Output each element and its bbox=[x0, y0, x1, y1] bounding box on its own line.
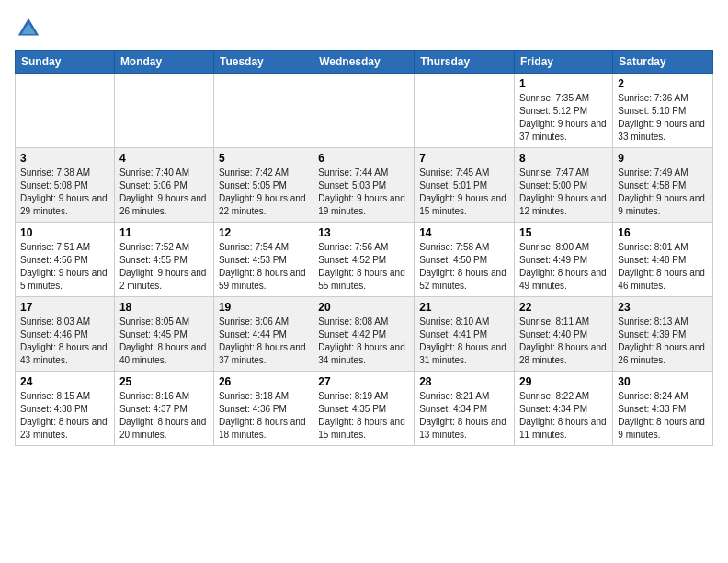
logo bbox=[15, 15, 46, 42]
calendar-cell: 25Sunrise: 8:16 AM Sunset: 4:37 PM Dayli… bbox=[114, 372, 213, 446]
day-info: Sunrise: 7:51 AM Sunset: 4:56 PM Dayligh… bbox=[20, 241, 109, 293]
day-number: 10 bbox=[20, 226, 109, 239]
day-info: Sunrise: 7:42 AM Sunset: 5:05 PM Dayligh… bbox=[219, 167, 308, 218]
day-number: 8 bbox=[519, 152, 608, 165]
day-number: 3 bbox=[20, 152, 109, 165]
day-info: Sunrise: 7:36 AM Sunset: 5:10 PM Dayligh… bbox=[618, 92, 708, 144]
day-info: Sunrise: 7:47 AM Sunset: 5:00 PM Dayligh… bbox=[519, 167, 608, 218]
calendar-day-header: Friday bbox=[515, 51, 613, 74]
day-number: 27 bbox=[318, 375, 409, 388]
day-number: 9 bbox=[618, 152, 708, 165]
calendar-week-row: 1Sunrise: 7:35 AM Sunset: 5:12 PM Daylig… bbox=[16, 74, 713, 148]
day-info: Sunrise: 8:00 AM Sunset: 4:49 PM Dayligh… bbox=[519, 241, 608, 293]
day-number: 21 bbox=[419, 301, 509, 314]
calendar-cell: 13Sunrise: 7:56 AM Sunset: 4:52 PM Dayli… bbox=[313, 223, 415, 297]
calendar-header-row: SundayMondayTuesdayWednesdayThursdayFrid… bbox=[16, 51, 713, 74]
calendar-day-header: Monday bbox=[114, 51, 213, 74]
day-info: Sunrise: 7:52 AM Sunset: 4:55 PM Dayligh… bbox=[119, 241, 209, 293]
day-number: 4 bbox=[119, 152, 209, 165]
logo-icon bbox=[15, 15, 42, 42]
calendar-cell: 18Sunrise: 8:05 AM Sunset: 4:45 PM Dayli… bbox=[114, 297, 213, 372]
calendar-cell: 30Sunrise: 8:24 AM Sunset: 4:33 PM Dayli… bbox=[613, 372, 713, 446]
day-number: 28 bbox=[419, 375, 509, 388]
day-info: Sunrise: 8:06 AM Sunset: 4:44 PM Dayligh… bbox=[219, 316, 308, 367]
day-info: Sunrise: 8:21 AM Sunset: 4:34 PM Dayligh… bbox=[419, 390, 509, 442]
calendar-cell: 21Sunrise: 8:10 AM Sunset: 4:41 PM Dayli… bbox=[415, 297, 515, 372]
calendar-cell: 14Sunrise: 7:58 AM Sunset: 4:50 PM Dayli… bbox=[415, 223, 515, 297]
day-info: Sunrise: 8:13 AM Sunset: 4:39 PM Dayligh… bbox=[618, 316, 708, 367]
calendar-cell: 29Sunrise: 8:22 AM Sunset: 4:34 PM Dayli… bbox=[515, 372, 613, 446]
day-info: Sunrise: 8:15 AM Sunset: 4:38 PM Dayligh… bbox=[20, 390, 109, 442]
calendar-day-header: Sunday bbox=[16, 51, 115, 74]
calendar-cell: 15Sunrise: 8:00 AM Sunset: 4:49 PM Dayli… bbox=[515, 223, 613, 297]
page-header bbox=[15, 15, 713, 42]
day-number: 20 bbox=[318, 301, 409, 314]
day-info: Sunrise: 8:22 AM Sunset: 4:34 PM Dayligh… bbox=[519, 390, 608, 442]
day-number: 25 bbox=[119, 375, 209, 388]
calendar-cell bbox=[313, 74, 415, 148]
day-number: 5 bbox=[219, 152, 308, 165]
day-info: Sunrise: 7:58 AM Sunset: 4:50 PM Dayligh… bbox=[419, 241, 509, 293]
calendar-day-header: Thursday bbox=[415, 51, 515, 74]
day-number: 12 bbox=[219, 226, 308, 239]
day-number: 15 bbox=[519, 226, 608, 239]
calendar-cell: 2Sunrise: 7:36 AM Sunset: 5:10 PM Daylig… bbox=[613, 74, 713, 148]
day-number: 29 bbox=[519, 375, 608, 388]
day-info: Sunrise: 8:05 AM Sunset: 4:45 PM Dayligh… bbox=[119, 316, 209, 367]
day-info: Sunrise: 7:38 AM Sunset: 5:08 PM Dayligh… bbox=[20, 167, 109, 218]
calendar-cell: 8Sunrise: 7:47 AM Sunset: 5:00 PM Daylig… bbox=[515, 148, 613, 223]
day-number: 30 bbox=[618, 375, 708, 388]
calendar-table: SundayMondayTuesdayWednesdayThursdayFrid… bbox=[15, 50, 713, 446]
calendar-cell: 10Sunrise: 7:51 AM Sunset: 4:56 PM Dayli… bbox=[16, 223, 115, 297]
day-number: 16 bbox=[618, 226, 708, 239]
day-number: 19 bbox=[219, 301, 308, 314]
day-number: 11 bbox=[119, 226, 209, 239]
calendar-cell: 20Sunrise: 8:08 AM Sunset: 4:42 PM Dayli… bbox=[313, 297, 415, 372]
day-number: 23 bbox=[618, 301, 708, 314]
calendar-cell: 17Sunrise: 8:03 AM Sunset: 4:46 PM Dayli… bbox=[16, 297, 115, 372]
calendar-cell: 22Sunrise: 8:11 AM Sunset: 4:40 PM Dayli… bbox=[515, 297, 613, 372]
day-number: 2 bbox=[618, 77, 708, 90]
day-info: Sunrise: 8:19 AM Sunset: 4:35 PM Dayligh… bbox=[318, 390, 409, 442]
day-info: Sunrise: 7:56 AM Sunset: 4:52 PM Dayligh… bbox=[318, 241, 409, 293]
day-number: 14 bbox=[419, 226, 509, 239]
calendar-cell: 23Sunrise: 8:13 AM Sunset: 4:39 PM Dayli… bbox=[613, 297, 713, 372]
calendar-day-header: Wednesday bbox=[313, 51, 415, 74]
day-number: 17 bbox=[20, 301, 109, 314]
calendar-cell: 28Sunrise: 8:21 AM Sunset: 4:34 PM Dayli… bbox=[415, 372, 515, 446]
calendar-cell bbox=[16, 74, 115, 148]
day-info: Sunrise: 7:45 AM Sunset: 5:01 PM Dayligh… bbox=[419, 167, 509, 218]
day-info: Sunrise: 8:11 AM Sunset: 4:40 PM Dayligh… bbox=[519, 316, 608, 367]
day-info: Sunrise: 8:03 AM Sunset: 4:46 PM Dayligh… bbox=[20, 316, 109, 367]
day-info: Sunrise: 7:44 AM Sunset: 5:03 PM Dayligh… bbox=[318, 167, 409, 218]
calendar-cell: 4Sunrise: 7:40 AM Sunset: 5:06 PM Daylig… bbox=[114, 148, 213, 223]
day-info: Sunrise: 8:08 AM Sunset: 4:42 PM Dayligh… bbox=[318, 316, 409, 367]
day-number: 7 bbox=[419, 152, 509, 165]
day-number: 26 bbox=[219, 375, 308, 388]
day-info: Sunrise: 8:16 AM Sunset: 4:37 PM Dayligh… bbox=[119, 390, 209, 442]
calendar-cell: 16Sunrise: 8:01 AM Sunset: 4:48 PM Dayli… bbox=[613, 223, 713, 297]
calendar-cell: 11Sunrise: 7:52 AM Sunset: 4:55 PM Dayli… bbox=[114, 223, 213, 297]
day-info: Sunrise: 8:24 AM Sunset: 4:33 PM Dayligh… bbox=[618, 390, 708, 442]
day-info: Sunrise: 7:49 AM Sunset: 4:58 PM Dayligh… bbox=[618, 167, 708, 218]
calendar-day-header: Tuesday bbox=[213, 51, 313, 74]
calendar-cell: 7Sunrise: 7:45 AM Sunset: 5:01 PM Daylig… bbox=[415, 148, 515, 223]
day-info: Sunrise: 8:18 AM Sunset: 4:36 PM Dayligh… bbox=[219, 390, 308, 442]
calendar-cell: 12Sunrise: 7:54 AM Sunset: 4:53 PM Dayli… bbox=[213, 223, 313, 297]
calendar-cell: 27Sunrise: 8:19 AM Sunset: 4:35 PM Dayli… bbox=[313, 372, 415, 446]
calendar-week-row: 3Sunrise: 7:38 AM Sunset: 5:08 PM Daylig… bbox=[16, 148, 713, 223]
calendar-cell bbox=[213, 74, 313, 148]
calendar-day-header: Saturday bbox=[613, 51, 713, 74]
calendar-cell: 5Sunrise: 7:42 AM Sunset: 5:05 PM Daylig… bbox=[213, 148, 313, 223]
day-number: 24 bbox=[20, 375, 109, 388]
calendar-cell: 9Sunrise: 7:49 AM Sunset: 4:58 PM Daylig… bbox=[613, 148, 713, 223]
calendar-cell: 26Sunrise: 8:18 AM Sunset: 4:36 PM Dayli… bbox=[213, 372, 313, 446]
day-info: Sunrise: 8:01 AM Sunset: 4:48 PM Dayligh… bbox=[618, 241, 708, 293]
calendar-cell: 6Sunrise: 7:44 AM Sunset: 5:03 PM Daylig… bbox=[313, 148, 415, 223]
day-info: Sunrise: 7:54 AM Sunset: 4:53 PM Dayligh… bbox=[219, 241, 308, 293]
calendar-cell: 24Sunrise: 8:15 AM Sunset: 4:38 PM Dayli… bbox=[16, 372, 115, 446]
calendar-cell: 3Sunrise: 7:38 AM Sunset: 5:08 PM Daylig… bbox=[16, 148, 115, 223]
calendar-week-row: 17Sunrise: 8:03 AM Sunset: 4:46 PM Dayli… bbox=[16, 297, 713, 372]
calendar-cell bbox=[114, 74, 213, 148]
day-number: 18 bbox=[119, 301, 209, 314]
